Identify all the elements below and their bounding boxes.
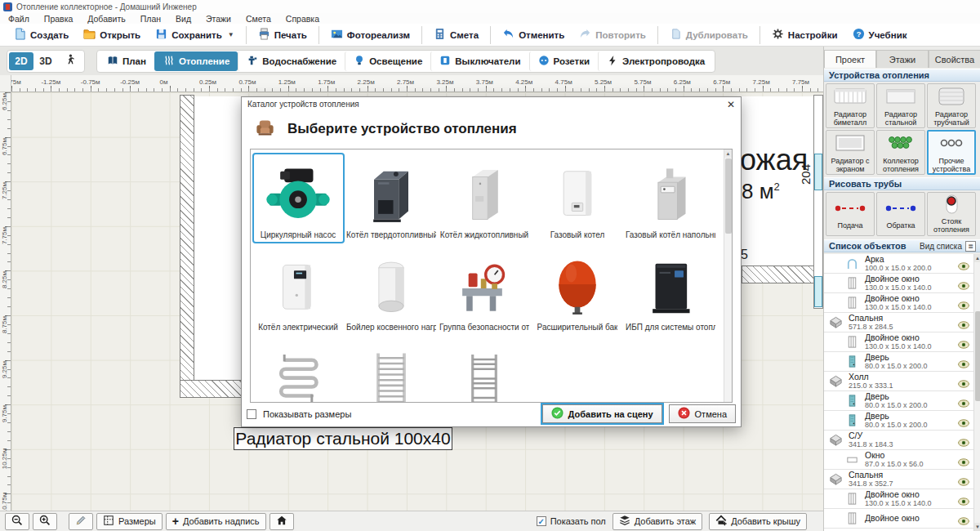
object-list-item[interactable]: Окно87.0 x 15.0 x 56.0 <box>824 450 980 470</box>
duplicate-button[interactable]: Дублировать <box>662 25 755 45</box>
sidebar-device-collector[interactable]: Коллектор отопления <box>876 130 925 175</box>
scroll-up-icon[interactable]: ▲ <box>724 149 732 158</box>
cancel-button[interactable]: Отмена <box>669 404 736 423</box>
sidebar-device-radiator-screen[interactable]: Радиатор с экраном <box>826 130 875 175</box>
wall-right-horizontal[interactable] <box>742 266 823 283</box>
visibility-eye-icon[interactable] <box>958 318 969 326</box>
tab-water[interactable]: Водоснабжение <box>238 51 345 71</box>
menu-plan[interactable]: План <box>140 14 161 24</box>
visibility-eye-icon[interactable] <box>958 396 969 404</box>
catalog-item[interactable]: Циркулярный насос <box>252 153 345 243</box>
visibility-eye-icon[interactable] <box>958 494 969 502</box>
settings-button[interactable]: Настройки <box>764 25 845 45</box>
object-list-item[interactable]: Двойное окно <box>824 509 980 529</box>
zoom-out-button[interactable] <box>5 513 29 530</box>
visibility-eye-icon[interactable] <box>958 259 969 267</box>
menu-help[interactable]: Справка <box>286 14 319 24</box>
tab-wiring[interactable]: Электропроводка <box>598 51 713 71</box>
menu-floors[interactable]: Этажи <box>206 14 231 24</box>
create-button[interactable]: Создать <box>7 25 76 45</box>
catalog-item[interactable]: Котёл жидкотопливный <box>439 153 531 243</box>
visibility-eye-icon[interactable] <box>958 455 969 463</box>
estimate-button[interactable]: Смета <box>426 25 486 45</box>
zoom-in-button[interactable] <box>33 513 57 530</box>
add-to-scene-button[interactable]: Добавить на сцену <box>542 404 662 423</box>
tab-project[interactable]: Проект <box>824 50 876 68</box>
scroll-up-icon[interactable]: ▲ <box>974 254 980 262</box>
tab-heating[interactable]: Отопление <box>154 51 238 71</box>
catalog-item[interactable] <box>345 337 438 403</box>
tab-lighting[interactable]: Освещение <box>345 51 430 71</box>
visibility-eye-icon[interactable] <box>958 475 969 483</box>
object-list-item[interactable]: Холл215.0 x 333.1 <box>824 372 980 391</box>
tutorial-button[interactable]: ? Учебник <box>845 25 915 45</box>
menu-view[interactable]: Вид <box>176 14 191 24</box>
sidebar-device-radiator-bimetal[interactable]: Радиатор биметалл <box>826 83 875 128</box>
list-view-icon[interactable]: ≣ <box>965 241 976 252</box>
sidebar-pipe-supply[interactable]: Подача <box>826 192 875 236</box>
object-list-item[interactable]: Дверь80.0 x 15.0 x 200.0 <box>824 391 980 411</box>
catalog-item[interactable] <box>439 337 531 403</box>
wall-left[interactable] <box>180 95 194 398</box>
show-floor-checkbox[interactable] <box>537 516 546 526</box>
sidebar-pipe-riser[interactable]: Стояк отопления <box>927 192 976 236</box>
menu-edit[interactable]: Правка <box>44 14 73 24</box>
visibility-eye-icon[interactable] <box>958 435 969 444</box>
redo-button[interactable]: Повторить <box>572 25 653 45</box>
scrollbar-thumb[interactable] <box>725 158 732 234</box>
visibility-eye-icon[interactable] <box>958 298 969 306</box>
home-button[interactable] <box>270 513 294 530</box>
catalog-item[interactable]: Расширительный бак <box>532 245 624 336</box>
object-list-item[interactable]: Спальня341.8 x 352.7 <box>824 470 980 489</box>
visibility-eye-icon[interactable] <box>958 337 969 346</box>
catalog-item[interactable] <box>252 337 345 403</box>
visibility-eye-icon[interactable] <box>958 377 969 385</box>
dialog-scrollbar[interactable]: ▲ <box>724 149 732 402</box>
scrollbar-thumb[interactable] <box>975 311 980 401</box>
catalog-item[interactable]: Группа безопасности отопите... <box>439 245 531 336</box>
show-sizes-checkbox[interactable] <box>247 409 256 419</box>
catalog-item[interactable]: Газовый котёл напольный <box>625 153 717 243</box>
list-view-control[interactable]: Вид списка ≣ <box>920 241 976 252</box>
catalog-item[interactable]: Котёл электрический <box>252 245 345 336</box>
catalog-item[interactable]: Бойлер косвенного нагрева <box>345 245 438 336</box>
photorealism-button[interactable]: Фотореализм <box>323 25 417 45</box>
sidebar-pipe-return[interactable]: Обратка <box>876 192 925 236</box>
object-list-item[interactable]: Двойное окно130.0 x 15.0 x 140.0 <box>824 332 980 352</box>
save-button[interactable]: Сохранить ▼ <box>148 25 242 45</box>
visibility-eye-icon[interactable] <box>958 279 969 287</box>
sizes-button[interactable]: Размеры <box>96 513 163 530</box>
print-button[interactable]: Печать <box>251 25 314 45</box>
window-marker[interactable] <box>814 154 822 190</box>
object-list-scrollbar[interactable]: ▲ ▼ <box>973 254 980 531</box>
open-button[interactable]: Открыть <box>76 25 148 45</box>
object-list-item[interactable]: С/У341.8 x 184.3 <box>824 431 980 450</box>
tab-floors[interactable]: Этажи <box>876 50 929 68</box>
tab-plan[interactable]: План <box>99 51 154 71</box>
object-list-item[interactable]: Двойное окно130.0 x 15.0 x 140.0 <box>824 489 980 509</box>
scroll-down-icon[interactable]: ▼ <box>974 523 980 531</box>
window-marker[interactable] <box>814 276 822 307</box>
object-list-item[interactable]: Дверь80.0 x 15.0 x 200.0 <box>824 352 980 372</box>
add-roof-button[interactable]: Добавить крышу <box>709 513 807 530</box>
measure-button[interactable] <box>69 513 93 530</box>
tab-properties[interactable]: Свойства <box>929 50 980 68</box>
object-list-item[interactable]: Арка100.0 x 15.0 x 200.0 <box>824 254 980 274</box>
object-list-item[interactable]: Дверь80.0 x 15.0 x 200.0 <box>824 411 980 431</box>
visibility-eye-icon[interactable] <box>958 357 969 365</box>
menu-estimate[interactable]: Смета <box>246 14 271 24</box>
menu-file[interactable]: Файл <box>8 14 29 24</box>
sidebar-device-radiator-tubular[interactable]: Радиатор трубчатый <box>927 83 976 128</box>
catalog-item[interactable]: ИБП для системы отопления <box>625 245 717 336</box>
object-list-item[interactable]: Двойное окно130.0 x 15.0 x 140.0 <box>824 274 980 293</box>
object-list-item[interactable]: Двойное окно130.0 x 15.0 x 140.0 <box>824 293 980 313</box>
mode-3d-button[interactable]: 3D <box>33 52 58 70</box>
visibility-eye-icon[interactable] <box>958 514 969 522</box>
object-list-item[interactable]: Спальня571.8 x 284.5 <box>824 313 980 332</box>
undo-button[interactable]: Отменить <box>495 25 572 45</box>
catalog-item[interactable]: Котёл твердотопливный <box>345 153 438 243</box>
sidebar-device-radiator-steel[interactable]: Радиатор стальной <box>876 83 925 128</box>
save-dropdown-caret[interactable]: ▼ <box>228 31 234 38</box>
close-icon[interactable]: ✕ <box>727 100 735 109</box>
walk-mode-button[interactable] <box>58 52 82 70</box>
